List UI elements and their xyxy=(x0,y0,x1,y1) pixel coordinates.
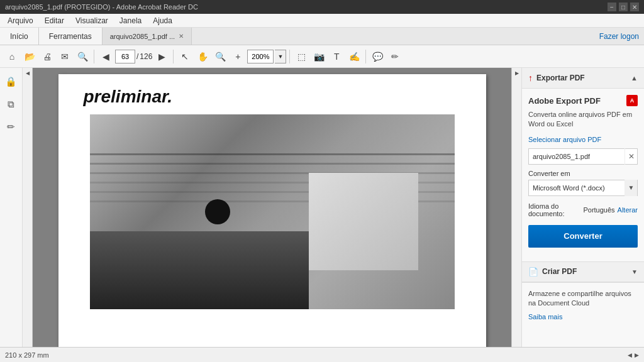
close-button[interactable]: ✕ xyxy=(630,3,639,11)
exportar-header-left: ↑ Exportar PDF xyxy=(528,73,585,83)
menu-visualizar[interactable]: Visualizar xyxy=(70,15,113,26)
menu-ajuda[interactable]: Ajuda xyxy=(148,15,177,26)
tab-inicio[interactable]: Início xyxy=(0,28,39,45)
tab-ferramentas-label: Ferramentas xyxy=(49,32,92,41)
right-panel: ↑ Exportar PDF ▲ Adobe Export PDF A Conv… xyxy=(521,68,644,347)
select-button[interactable]: ⬚ xyxy=(293,48,309,65)
next-page-button[interactable]: ▶ xyxy=(153,48,170,65)
prev-page-button[interactable]: ◀ xyxy=(97,48,114,65)
scroll-left-panel[interactable]: ◀ xyxy=(23,68,33,347)
toolbar: ⌂ 📂 🖨 ✉ 🔍 ◀ / 126 ▶ ↖ ✋ 🔍 + ▼ ⬚ 📷 T ✍ 💬 … xyxy=(0,45,644,68)
comment-button[interactable]: 💬 xyxy=(369,48,386,65)
format-dropdown-text: Microsoft Word (*.docx) xyxy=(529,184,625,192)
home-toolbar-button[interactable]: ⌂ xyxy=(4,48,20,65)
zoom-dropdown-button[interactable]: ▼ xyxy=(275,50,286,63)
img-dark-region xyxy=(90,231,309,309)
minimize-button[interactable]: − xyxy=(608,3,616,11)
panel-body: Adobe Export PDF A Converta online arqui… xyxy=(522,89,644,261)
adobe-icon: A xyxy=(626,95,638,106)
page-separator: / xyxy=(136,52,138,61)
exportar-collapse-icon[interactable]: ▲ xyxy=(631,74,638,82)
window-controls: − □ ✕ xyxy=(608,3,639,11)
adobe-export-section: Adobe Export PDF A xyxy=(528,95,638,106)
menu-arquivo[interactable]: Arquivo xyxy=(3,15,38,26)
zoom-input[interactable] xyxy=(247,50,274,63)
page-number-input[interactable] xyxy=(115,50,135,63)
criar-pdf-header[interactable]: 📄 Criar PDF ▼ xyxy=(522,261,644,282)
file-clear-button[interactable]: ✕ xyxy=(625,148,637,165)
alterar-link[interactable]: Alterar xyxy=(618,206,638,214)
idioma-label: Idioma do documento: xyxy=(528,202,580,217)
tab-bar: Início Ferramentas arquivo2085_1.pdf ...… xyxy=(0,28,644,45)
tab-document[interactable]: arquivo2085_1.pdf ... ✕ xyxy=(103,28,192,45)
separator-3 xyxy=(289,50,290,63)
maximize-button[interactable]: □ xyxy=(619,3,628,11)
sidebar-lock-icon[interactable]: 🔒 xyxy=(3,73,20,90)
pdf-page: preliminar. xyxy=(58,74,486,347)
tab-ferramentas[interactable]: Ferramentas xyxy=(39,28,103,45)
cursor-button[interactable]: ↖ xyxy=(177,48,193,65)
exportar-icon: ↑ xyxy=(528,73,533,83)
file-input-row: arquivo2085_1.pdf ✕ xyxy=(528,148,638,165)
scroll-right-panel[interactable]: ▶ xyxy=(511,68,521,347)
img-light-region xyxy=(309,173,418,270)
zoom-in-button[interactable]: + xyxy=(230,48,246,65)
separator-2 xyxy=(173,50,174,63)
scroll-right-status[interactable]: ▶ xyxy=(635,352,639,358)
adobe-icon-text: A xyxy=(630,97,635,104)
criar-pdf-arrow[interactable]: ▼ xyxy=(631,268,638,275)
menu-bar: Arquivo Editar Visualizar Janela Ajuda xyxy=(0,14,644,28)
adobe-export-title: Adobe Export PDF xyxy=(528,96,601,106)
panel-description: Converta online arquivos PDF em Word ou … xyxy=(528,110,638,129)
sidebar-pen-icon[interactable]: ✏ xyxy=(3,118,20,136)
format-dropdown[interactable]: Microsoft Word (*.docx) ▼ xyxy=(528,180,638,196)
app-title: arquivo2085_1.pdf (PROTEGIDO) - Adobe Ac… xyxy=(5,3,198,11)
img-circle xyxy=(205,199,230,224)
print-button[interactable]: 🖨 xyxy=(39,48,55,65)
tab-doc-label: arquivo2085_1.pdf ... xyxy=(110,33,175,40)
select-file-link[interactable]: Selecionar arquivo PDF xyxy=(528,136,638,143)
search-button[interactable]: 🔍 xyxy=(74,48,91,65)
email-button[interactable]: ✉ xyxy=(57,48,73,65)
separator-1 xyxy=(94,50,94,63)
saiba-mais-link[interactable]: Saiba mais xyxy=(528,313,562,321)
scroll-left-arrow[interactable]: ◀ xyxy=(23,68,33,78)
cloud-text: Armazene e compartilhe arquivos na Docum… xyxy=(528,289,638,309)
idioma-row: Idioma do documento: Português Alterar xyxy=(528,202,638,217)
criar-pdf-icon: 📄 xyxy=(528,267,538,277)
exportar-pdf-header[interactable]: ↑ Exportar PDF ▲ xyxy=(522,68,644,89)
sign-button[interactable]: ✍ xyxy=(346,48,362,65)
left-sidebar: 🔒 ⧉ ✏ xyxy=(0,68,23,347)
sidebar-layers-icon[interactable]: ⧉ xyxy=(3,96,20,113)
pdf-content-area: preliminar. xyxy=(33,68,511,347)
criar-pdf-title: Criar PDF xyxy=(542,267,577,276)
file-input-text: arquivo2085_1.pdf xyxy=(529,153,625,160)
fazer-logon-button[interactable]: Fazer logon xyxy=(599,32,639,41)
open-button[interactable]: 📂 xyxy=(21,48,38,65)
page-nav: / 126 xyxy=(115,50,152,63)
snapshot-button[interactable]: 📷 xyxy=(311,48,327,65)
scroll-right-arrow[interactable]: ▶ xyxy=(512,68,522,78)
converter-button[interactable]: Converter xyxy=(528,225,638,248)
touchup-button[interactable]: T xyxy=(328,48,345,65)
draw-button[interactable]: ✏ xyxy=(387,48,403,65)
scroll-left-status[interactable]: ◀ xyxy=(628,352,632,358)
title-bar: arquivo2085_1.pdf (PROTEGIDO) - Adobe Ac… xyxy=(0,0,644,14)
scroll-status: ◀ ▶ xyxy=(628,352,639,358)
page-total: 126 xyxy=(140,52,152,61)
pdf-image-content xyxy=(90,114,455,309)
idioma-value: Português xyxy=(583,206,614,214)
exportar-title: Exportar PDF xyxy=(536,74,585,82)
format-dropdown-arrow[interactable]: ▼ xyxy=(625,180,637,196)
zoom-nav: ▼ xyxy=(247,50,286,63)
status-bar: 210 x 297 mm ◀ ▶ xyxy=(0,347,644,362)
hand-button[interactable]: ✋ xyxy=(194,48,211,65)
tab-inicio-label: Início xyxy=(10,32,28,41)
tab-close-icon[interactable]: ✕ xyxy=(179,33,184,40)
zoom-out-button[interactable]: 🔍 xyxy=(212,48,228,65)
pdf-heading: preliminar. xyxy=(84,87,461,107)
menu-janela[interactable]: Janela xyxy=(114,15,147,26)
cloud-section: Armazene e compartilhe arquivos na Docum… xyxy=(522,282,644,327)
menu-editar[interactable]: Editar xyxy=(40,15,69,26)
criar-pdf-left: 📄 Criar PDF xyxy=(528,267,577,277)
